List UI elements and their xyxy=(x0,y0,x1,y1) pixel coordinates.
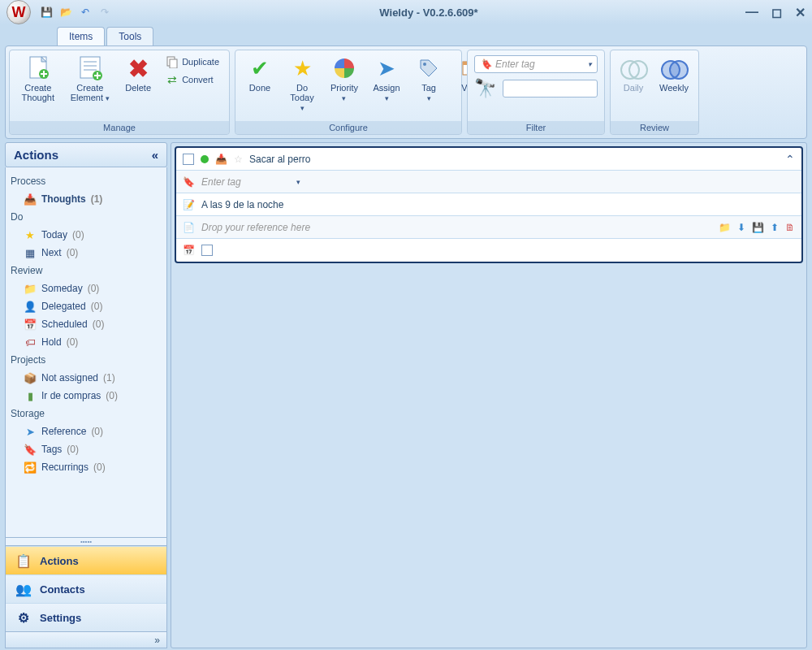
tree-item-ir-de-compras[interactable]: ▮ Ir de compras(0) xyxy=(9,387,163,405)
save-icon[interactable]: 💾 xyxy=(39,5,54,20)
tab-tools[interactable]: Tools xyxy=(106,27,153,46)
list-plus-icon xyxy=(77,55,103,81)
tree-item-next[interactable]: ▦ Next(0) xyxy=(9,244,163,262)
daily-label: Daily xyxy=(624,83,643,93)
tree-item-not-assigned[interactable]: 📦 Not assigned(1) xyxy=(9,369,163,387)
ref-folder-icon[interactable]: 📁 xyxy=(719,222,731,233)
tree-item-thoughts[interactable]: 📥 Thoughts (1) xyxy=(9,190,163,208)
do-today-button[interactable]: ★ Do Today▾ xyxy=(283,54,322,115)
gear-icon: ⚙ xyxy=(15,609,32,626)
reference-row-icon: 📄 xyxy=(183,222,195,233)
daily-button[interactable]: Daily xyxy=(615,54,651,94)
tree-item-reference[interactable]: ➤ Reference(0) xyxy=(9,422,163,440)
item-complete-checkbox[interactable] xyxy=(183,154,194,165)
binoculars-icon[interactable]: 🔭 xyxy=(474,78,496,99)
duplicate-button[interactable]: Duplicate xyxy=(161,54,224,70)
tree-item-scheduled[interactable]: 📅 Scheduled(0) xyxy=(9,315,163,333)
do-today-label: Do Today▾ xyxy=(287,83,317,113)
redo-icon[interactable]: ↷ xyxy=(97,5,112,20)
tag-label: Tag▾ xyxy=(421,83,436,102)
ribbon-group-filter-label: Filter xyxy=(468,121,604,134)
sidebar-splitter[interactable]: ••••• xyxy=(5,538,167,545)
close-button[interactable]: ✕ xyxy=(795,5,806,20)
ribbon-group-filter: 🔖Enter tag ▾ 🔭 Filter xyxy=(467,50,605,135)
document-plus-icon xyxy=(25,55,51,81)
ref-save-icon[interactable]: 💾 xyxy=(752,222,764,233)
quick-access-toolbar: 💾 📂 ↶ ↷ xyxy=(39,5,112,20)
nav-contacts[interactable]: 👥 Contacts xyxy=(6,574,166,603)
sidebar-footer-expand-icon[interactable]: » xyxy=(154,635,160,646)
dropdown-icon: ▾ xyxy=(588,60,592,68)
create-element-button[interactable]: Create Element ▾ xyxy=(65,54,116,105)
tab-items[interactable]: Items xyxy=(57,27,105,46)
daily-venn-icon xyxy=(620,55,646,81)
nav-settings[interactable]: ⚙ Settings xyxy=(6,603,166,631)
app-logo[interactable]: W xyxy=(6,0,31,24)
item-star-outline-icon[interactable]: ☆ xyxy=(234,154,243,165)
collapse-card-icon[interactable]: ⌃ xyxy=(785,153,795,166)
ref-delete-icon[interactable]: 🗎 xyxy=(785,222,795,233)
priority-label: Priority▾ xyxy=(330,83,358,102)
ribbon-group-review-label: Review xyxy=(611,121,698,134)
ref-upload-icon[interactable]: ⬆ xyxy=(771,222,779,233)
undo-icon[interactable]: ↶ xyxy=(78,5,93,20)
calendar-row-icon[interactable]: 📅 xyxy=(183,245,195,256)
item-reference-row[interactable]: 📄 Drop your reference here 📁 ⬇ 💾 ⬆ 🗎 xyxy=(176,216,801,239)
actions-nav-icon: 📋 xyxy=(15,552,32,569)
next-icon: ▦ xyxy=(24,246,37,259)
done-button[interactable]: ✔ Done xyxy=(240,54,279,94)
maximize-button[interactable]: ◻ xyxy=(771,5,782,20)
reference-icon: ➤ xyxy=(24,425,37,438)
tree-item-someday[interactable]: 📁 Someday(0) xyxy=(9,280,163,297)
create-element-label: Create Element ▾ xyxy=(70,83,111,103)
tree-item-hold[interactable]: 🏷 Hold(0) xyxy=(9,333,163,351)
collapse-sidebar-icon[interactable]: « xyxy=(152,148,158,162)
item-inbox-icon: 📥 xyxy=(215,154,227,165)
hold-icon: 🏷 xyxy=(24,336,37,349)
duplicate-icon xyxy=(166,55,179,68)
window-title: Wieldy - V0.2.6.609* xyxy=(112,6,745,19)
filter-tag-input[interactable]: 🔖Enter tag ▾ xyxy=(474,55,598,73)
priority-button[interactable]: Priority▾ xyxy=(325,54,364,104)
sidebar-tree[interactable]: Process 📥 Thoughts (1) Do ★ Today(0) ▦ N… xyxy=(5,167,167,538)
tree-item-tags[interactable]: 🔖 Tags(0) xyxy=(9,440,163,458)
open-icon[interactable]: 📂 xyxy=(58,5,73,20)
tree-item-recurrings[interactable]: 🔁 Recurrings(0) xyxy=(9,458,163,476)
tag-dropdown-icon[interactable]: ▾ xyxy=(296,178,300,186)
sidebar-title: Actions xyxy=(14,148,58,162)
ref-download-icon[interactable]: ⬇ xyxy=(737,222,745,233)
tree-section-process: Process xyxy=(9,172,163,190)
item-title[interactable]: Sacar al perro xyxy=(249,154,779,165)
item-tag-placeholder: Enter tag xyxy=(201,176,241,188)
calendar-icon: 📅 xyxy=(24,318,37,331)
schedule-checkbox[interactable] xyxy=(201,245,213,256)
filter-search-input[interactable] xyxy=(503,80,598,98)
delete-x-icon: ✖ xyxy=(125,55,151,81)
item-header-row: 📥 ☆ Sacar al perro ⌃ xyxy=(176,148,801,171)
check-icon: ✔ xyxy=(247,55,273,81)
person-icon: 👤 xyxy=(24,300,37,313)
delete-button[interactable]: ✖ Delete xyxy=(119,54,158,94)
weekly-label: Weekly xyxy=(659,83,689,93)
tree-item-delegated[interactable]: 👤 Delegated(0) xyxy=(9,297,163,315)
weekly-button[interactable]: Weekly xyxy=(654,54,693,94)
tree-section-review: Review xyxy=(9,262,163,280)
tag-button[interactable]: Tag▾ xyxy=(409,54,448,104)
item-tag-row[interactable]: 🔖 Enter tag ▾ xyxy=(176,171,801,193)
assign-button[interactable]: ➤ Assign▾ xyxy=(367,54,406,104)
tree-item-today[interactable]: ★ Today(0) xyxy=(9,226,163,244)
nav-actions[interactable]: 📋 Actions xyxy=(6,546,166,574)
folder-icon: 📁 xyxy=(24,282,37,295)
create-thought-button[interactable]: Create Thought xyxy=(15,54,62,104)
convert-icon: ⇄ xyxy=(166,73,179,86)
minimize-button[interactable]: — xyxy=(745,5,758,20)
item-reference-placeholder: Drop your reference here xyxy=(201,222,310,233)
priority-icon xyxy=(331,55,357,81)
assign-label: Assign▾ xyxy=(373,83,400,102)
convert-button[interactable]: ⇄ Convert xyxy=(161,72,224,88)
tags-icon: 🔖 xyxy=(24,443,37,456)
sidebar-nav: 📋 Actions 👥 Contacts ⚙ Settings xyxy=(5,545,167,632)
item-note-row[interactable]: 📝 A las 9 de la noche xyxy=(176,193,801,216)
tree-section-projects: Projects xyxy=(9,351,163,369)
sidebar-footer: » xyxy=(5,632,167,648)
